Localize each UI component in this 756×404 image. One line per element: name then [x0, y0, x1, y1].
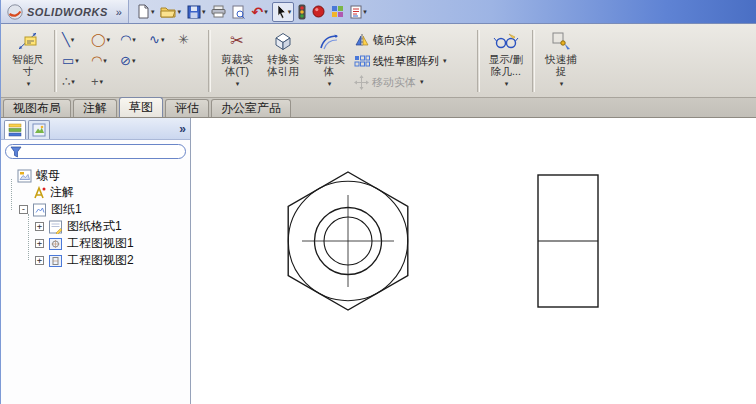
print-button[interactable] — [209, 2, 228, 22]
sketch-asterisk-button[interactable]: ✳ — [176, 33, 205, 47]
tree-item-annotations[interactable]: 注解 — [1, 184, 190, 201]
sketch-circle-button[interactable]: ◯▾ — [89, 33, 118, 47]
quick-snaps-button[interactable]: 快速捕 捉 ▾ — [538, 26, 584, 96]
spline-icon: ∿ — [149, 33, 160, 47]
chevron-down-icon[interactable]: ▾ — [560, 78, 564, 90]
panel-overflow-chevron[interactable]: » — [179, 122, 186, 136]
smart-dimension-icon — [16, 29, 40, 53]
linear-sketch-pattern-button[interactable]: 线性草图阵列 ▾ — [354, 51, 472, 71]
side-view[interactable] — [538, 175, 598, 307]
tab-view-layout[interactable]: 视图布局 — [3, 99, 71, 117]
expand-toggle-icon[interactable]: + — [35, 256, 44, 265]
button-label: 线性草图阵列 — [373, 54, 439, 69]
sketch-three-point-arc-button[interactable]: ◠▾ — [89, 54, 118, 68]
tree-item-label: 注解 — [50, 184, 74, 201]
titlebar: SOLIDWORKS » ▾ ▾ ▾ ↶ ▾ — [1, 0, 756, 24]
button-label: 寸 — [23, 65, 34, 77]
chevron-down-icon[interactable]: ▾ — [27, 78, 31, 90]
solidworks-logo: SOLIDWORKS » — [1, 0, 129, 23]
tab-label: 草图 — [129, 99, 153, 116]
expand-toggle-icon[interactable]: + — [35, 239, 44, 248]
tab-label: 办公室产品 — [221, 100, 281, 117]
sketch-spline-button[interactable]: ∿▾ — [147, 33, 176, 47]
chevron-down-icon[interactable]: ▾ — [161, 36, 165, 44]
material-sphere-button[interactable] — [310, 2, 327, 22]
featuremanager-tree-tab[interactable] — [4, 120, 26, 139]
save-button[interactable]: ▾ — [185, 2, 208, 22]
chevron-down-icon[interactable]: ▾ — [103, 57, 107, 65]
chevron-down-icon[interactable]: ▾ — [363, 8, 367, 16]
chevron-down-icon[interactable]: ▾ — [132, 36, 136, 44]
chevron-down-icon[interactable]: ▾ — [71, 78, 75, 86]
sketch-entities-grid: ╲▾ ◯▾ ◠▾ ∿▾ ✳ ▭▾ ◠▾ ⊘▾ ∴▾ +▾ — [60, 26, 205, 96]
chevron-down-icon[interactable]: ▾ — [236, 78, 240, 90]
sketch-arc-button[interactable]: ◠▾ — [118, 33, 147, 47]
command-manager-tabs: 视图布局 注解 草图 评估 办公室产品 — [1, 98, 756, 118]
convert-entities-button[interactable]: 转换实 体引用 — [260, 26, 306, 96]
chevron-down-icon[interactable]: ▾ — [177, 8, 181, 16]
tree-filter-input[interactable] — [5, 144, 186, 159]
chevron-down-icon[interactable]: ▾ — [443, 57, 447, 65]
chevron-down-icon[interactable]: ▾ — [151, 8, 155, 16]
new-document-button[interactable]: ▾ — [135, 2, 157, 22]
chevron-down-icon[interactable]: ▾ — [71, 36, 75, 44]
propertymanager-tab[interactable] — [28, 120, 50, 139]
chevron-down-icon[interactable]: ▾ — [505, 78, 509, 90]
tree-item-sheet-format1[interactable]: + 图纸格式1 — [1, 218, 190, 235]
print-preview-button[interactable] — [230, 2, 247, 22]
tab-sketch[interactable]: 草图 — [119, 97, 163, 117]
sketch-point-button[interactable]: +▾ — [89, 75, 118, 89]
tree-item-nut[interactable]: 螺母 — [1, 167, 190, 184]
chevron-down-icon[interactable]: ▾ — [264, 8, 268, 16]
tree-item-sheet1[interactable]: - 图纸1 — [1, 201, 190, 218]
chevron-down-icon[interactable]: ▾ — [202, 8, 206, 16]
button-label: 除几... — [491, 65, 521, 77]
sketch-ellipse-button[interactable]: ⊘▾ — [118, 54, 147, 68]
expand-toggle-icon[interactable]: + — [35, 222, 44, 231]
mirror-entities-button[interactable]: 镜向实体 — [354, 30, 472, 50]
tab-evaluate[interactable]: 评估 — [165, 99, 209, 117]
display-delete-relations-button[interactable]: 显示/删 除几... ▾ — [483, 26, 529, 96]
feature-manager-panel: » 螺母 注解 - — [1, 118, 191, 404]
drawing-view-icon — [48, 237, 63, 251]
report-button[interactable]: ▾ — [348, 2, 369, 22]
drawing-sheet — [191, 118, 756, 404]
drawing-area[interactable] — [191, 118, 756, 404]
move-entities-button[interactable]: 移动实体 ▾ — [354, 72, 472, 92]
chevron-down-icon[interactable]: ▾ — [328, 78, 332, 90]
chevron-down-icon[interactable]: ▾ — [107, 36, 111, 44]
line-icon: ╲ — [62, 33, 70, 47]
sketch-fillet-button[interactable]: ∴▾ — [60, 75, 89, 89]
options-button[interactable] — [329, 2, 346, 22]
tab-label: 评估 — [175, 100, 199, 117]
titlebar-overflow-chevron[interactable]: » — [116, 6, 122, 18]
open-document-button[interactable]: ▾ — [158, 2, 183, 22]
chevron-down-icon[interactable]: ▾ — [132, 57, 136, 65]
collapse-toggle-icon[interactable]: - — [19, 205, 28, 214]
tree-connector — [11, 179, 12, 210]
sketch-line-button[interactable]: ╲▾ — [60, 33, 89, 47]
ribbon-separator — [532, 30, 535, 92]
traffic-light-button[interactable] — [296, 2, 308, 22]
tree-connector — [28, 214, 29, 260]
tree-item-drawing-view1[interactable]: + 工程图视图1 — [1, 235, 190, 252]
sketch-rectangle-button[interactable]: ▭▾ — [60, 54, 89, 68]
chevron-down-icon[interactable]: ▾ — [420, 78, 424, 86]
tree-item-drawing-view2[interactable]: + 工程图视图2 — [1, 252, 190, 269]
trim-entities-button[interactable]: ✂ 剪裁实 体(T) ▾ — [214, 26, 260, 96]
chevron-down-icon[interactable]: ▾ — [100, 78, 104, 86]
smart-dimension-button[interactable]: 智能尺 寸 ▾ — [5, 26, 51, 96]
select-tool-button[interactable]: ▾ — [272, 2, 295, 22]
filter-funnel-icon — [10, 146, 22, 158]
offset-entities-button[interactable]: 等距实 体 ▾ — [306, 26, 352, 96]
front-view[interactable] — [288, 172, 408, 310]
chevron-down-icon[interactable]: ▾ — [288, 8, 292, 16]
tab-label: 注解 — [83, 100, 107, 117]
feature-tree: 螺母 注解 - 图纸1 + 图纸格式1 — [1, 163, 190, 404]
tab-annotation[interactable]: 注解 — [73, 99, 117, 117]
button-label: 智能尺 — [12, 53, 44, 65]
chevron-down-icon[interactable]: ▾ — [75, 57, 79, 65]
button-label: 捉 — [556, 65, 567, 77]
undo-button[interactable]: ↶ ▾ — [249, 2, 269, 22]
tab-office-products[interactable]: 办公室产品 — [211, 99, 291, 117]
